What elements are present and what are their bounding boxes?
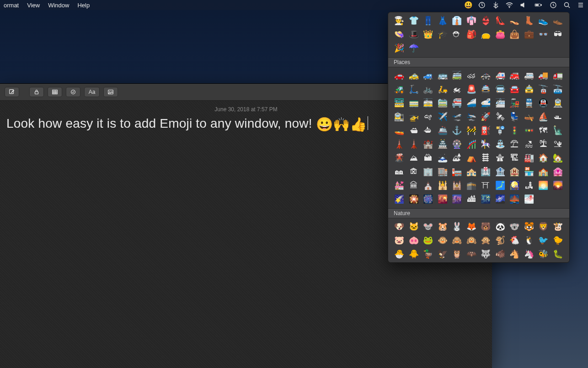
emoji-cell[interactable]: 🕋 <box>466 180 477 191</box>
emoji-cell[interactable]: 🏗 <box>509 152 520 163</box>
emoji-cell[interactable]: 🐝 <box>538 249 549 260</box>
emoji-cell[interactable]: ⛩ <box>480 180 491 191</box>
emoji-cell[interactable]: 🐤 <box>552 235 563 246</box>
emoji-cell[interactable]: 🐵 <box>437 235 448 246</box>
checklist-button[interactable] <box>66 87 80 97</box>
emoji-cell[interactable]: 👔 <box>451 15 462 26</box>
lock-button[interactable] <box>29 87 44 97</box>
emoji-cell[interactable]: 🛰 <box>495 111 506 122</box>
emoji-cell[interactable]: 🗺 <box>538 125 549 136</box>
emoji-cell[interactable]: ⛑ <box>451 29 462 40</box>
emoji-cell[interactable]: 🌉 <box>509 194 520 205</box>
emoji-cell[interactable]: 🚏 <box>495 125 506 136</box>
emoji-cell[interactable]: 🚈 <box>495 97 506 108</box>
emoji-cell[interactable]: 👝 <box>480 29 491 40</box>
emoji-cell[interactable]: ⛴ <box>422 125 433 136</box>
emoji-cell[interactable]: 🕶 <box>552 29 563 40</box>
emoji-cell[interactable]: 🚆 <box>524 97 535 108</box>
emoji-cell[interactable]: 🚛 <box>552 70 563 81</box>
emoji-cell[interactable]: 🐭 <box>422 221 433 232</box>
menu-help[interactable]: Help <box>77 2 90 9</box>
emoji-cell[interactable]: 🚧 <box>466 125 477 136</box>
emoji-cell[interactable]: 🏦 <box>495 166 506 177</box>
emoji-cell[interactable]: 🏪 <box>524 166 535 177</box>
emoji-cell[interactable]: 🌌 <box>495 194 506 205</box>
emoji-cell[interactable]: 🚟 <box>394 97 405 108</box>
emoji-cell[interactable]: 🌆 <box>451 194 462 205</box>
emoji-cell[interactable]: 🏛 <box>408 180 419 191</box>
emoji-cell[interactable]: 🐮 <box>552 221 563 232</box>
emoji-cell[interactable]: 🚗 <box>394 70 405 81</box>
emoji-cell[interactable]: 🐣 <box>394 249 405 260</box>
emoji-cell[interactable]: 🛶 <box>524 111 535 122</box>
emoji-cell[interactable]: 🏰 <box>422 139 433 150</box>
emoji-cell[interactable]: 🐸 <box>422 235 433 246</box>
emoji-cell[interactable]: 🏙 <box>466 194 477 205</box>
emoji-cell[interactable]: 🌄 <box>552 180 563 191</box>
emoji-cell[interactable]: 🏨 <box>509 166 520 177</box>
emoji-cell[interactable]: 🏯 <box>437 139 448 150</box>
emoji-cell[interactable]: 🌠 <box>394 194 405 205</box>
emoji-cell[interactable]: 💺 <box>509 111 520 122</box>
emoji-cell[interactable]: 👜 <box>509 29 520 40</box>
emoji-cell[interactable]: 🛳 <box>408 125 419 136</box>
emoji-cell[interactable]: 🏝 <box>538 139 549 150</box>
emoji-cell[interactable]: ⛺️ <box>466 152 477 163</box>
emoji-menu-icon[interactable]: 😃 <box>465 1 472 9</box>
emoji-cell[interactable]: 🐯 <box>524 221 535 232</box>
emoji-cell[interactable]: 👖 <box>422 15 433 26</box>
emoji-cell[interactable]: 🐺 <box>480 249 491 260</box>
emoji-cell[interactable]: ⛽️ <box>480 125 491 136</box>
emoji-cell[interactable]: 🛵 <box>437 84 448 95</box>
search-icon[interactable] <box>563 1 571 9</box>
emoji-cell[interactable]: 👨‍🍳 <box>394 15 405 26</box>
emoji-cell[interactable]: 👓 <box>538 29 549 40</box>
emoji-cell[interactable]: 🚎 <box>451 70 462 81</box>
emoji-cell[interactable]: 🎒 <box>466 29 477 40</box>
emoji-cell[interactable]: 🚝 <box>451 97 462 108</box>
emoji-cell[interactable]: 🎩 <box>408 29 419 40</box>
emoji-cell[interactable]: 🚖 <box>524 84 535 95</box>
photo-button[interactable] <box>103 87 118 97</box>
emoji-cell[interactable]: 🚍 <box>495 84 506 95</box>
emoji-cell[interactable]: 🏤 <box>466 166 477 177</box>
emoji-cell[interactable]: 👠 <box>495 15 506 26</box>
emoji-cell[interactable]: 🏭 <box>524 152 535 163</box>
emoji-cell[interactable]: 👙 <box>480 15 491 26</box>
emoji-cell[interactable]: 👘 <box>466 15 477 26</box>
emoji-cell[interactable]: 🐗 <box>495 249 506 260</box>
emoji-cell[interactable]: 🚞 <box>437 97 448 108</box>
emoji-cell[interactable]: ☂️ <box>408 43 419 54</box>
emoji-cell[interactable]: 🚊 <box>552 97 563 108</box>
emoji-cell[interactable]: 🦄 <box>524 249 535 260</box>
emoji-cell[interactable]: 🚋 <box>422 97 433 108</box>
emoji-cell[interactable]: 🦅 <box>437 249 448 260</box>
emoji-cell[interactable]: 🐒 <box>495 235 506 246</box>
emoji-cell[interactable]: 🚀 <box>480 111 491 122</box>
emoji-cell[interactable]: 🚤 <box>394 125 405 136</box>
emoji-cell[interactable]: 🚦 <box>509 125 520 136</box>
menu-window[interactable]: Window <box>48 2 69 9</box>
emoji-cell[interactable]: 🦇 <box>466 249 477 260</box>
emoji-cell[interactable]: 🚲 <box>422 84 433 95</box>
emoji-cell[interactable]: 🐛 <box>552 249 563 260</box>
emoji-cell[interactable]: 🚃 <box>408 97 419 108</box>
emoji-cell[interactable]: 🎡 <box>451 139 462 150</box>
emoji-cell[interactable]: 🐔 <box>509 235 520 246</box>
emoji-cell[interactable]: 🕌 <box>437 180 448 191</box>
emoji-cell[interactable]: 🏚 <box>408 166 419 177</box>
emoji-cell[interactable]: 🐴 <box>509 249 520 260</box>
emoji-cell[interactable]: 🌋 <box>394 152 405 163</box>
emoji-cell[interactable]: 🚇 <box>538 97 549 108</box>
emoji-cell[interactable]: 🚠 <box>552 84 563 95</box>
menu-view[interactable]: View <box>27 2 40 9</box>
emoji-cell[interactable]: 🏣 <box>451 166 462 177</box>
emoji-cell[interactable]: 🚡 <box>538 84 549 95</box>
emoji-cell[interactable]: 🌅 <box>538 180 549 191</box>
emoji-cell[interactable]: 🐽 <box>408 235 419 246</box>
table-button[interactable] <box>48 87 62 97</box>
emoji-cell[interactable]: 🚜 <box>394 84 405 95</box>
emoji-cell[interactable]: 👕 <box>408 15 419 26</box>
battery-icon[interactable] <box>533 1 543 9</box>
emoji-cell[interactable]: 🎑 <box>509 180 520 191</box>
